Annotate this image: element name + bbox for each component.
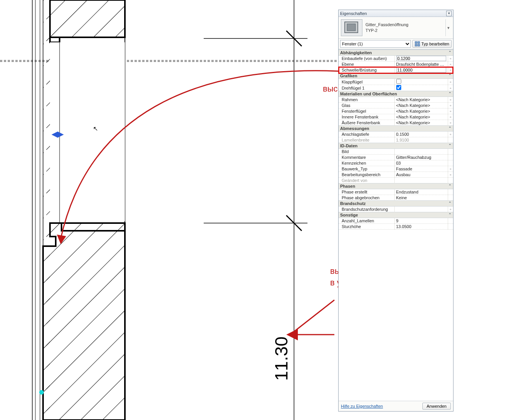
svg-point-18 [39, 390, 44, 395]
property-browse-button[interactable]: ▫ [448, 85, 453, 91]
drawing-canvas[interactable]: ↖ 11.30 [0, 0, 338, 420]
property-browse-button[interactable]: ▫ [448, 132, 453, 137]
dimension-value[interactable]: 11.30 [271, 337, 292, 381]
cursor-icon: ↖ [93, 125, 98, 132]
property-browse-button[interactable]: ▫ [448, 166, 453, 172]
property-label: Klappflügel [339, 79, 394, 85]
property-value: 1.9100 [394, 137, 448, 143]
property-input[interactable] [396, 67, 446, 73]
property-value[interactable]: <Nach Kategorie> [394, 103, 448, 108]
type-name: TYP-2 [365, 28, 445, 33]
palette-titlebar[interactable]: Eigenschaften ✕ [339, 10, 453, 17]
collapse-icon[interactable]: ⌃ [449, 92, 452, 95]
property-label: Sturzhöhe [339, 224, 394, 230]
property-value[interactable]: Keine [394, 195, 448, 201]
apply-button[interactable]: Anwenden [422, 403, 451, 410]
collapse-icon[interactable]: ⌃ [449, 201, 452, 205]
property-browse-button[interactable]: ▫ [448, 172, 453, 178]
edit-type-button[interactable]: Typ bearbeiten [412, 40, 452, 48]
property-value[interactable] [394, 56, 448, 62]
property-value[interactable]: <Nach Kategorie> [394, 120, 448, 126]
property-browse-button [448, 155, 453, 160]
property-browse-button[interactable]: ▫ [448, 108, 453, 114]
property-label: Lamellenbreite [339, 137, 394, 143]
property-value[interactable]: Gitter/Rauchabzug [394, 155, 448, 160]
group-header[interactable]: Abmessungen⌃ [339, 126, 453, 132]
property-browse-button [448, 160, 453, 166]
property-value[interactable]: Ausbau [394, 172, 448, 178]
property-browse-button[interactable]: ▫ [448, 97, 453, 103]
property-browse-button [448, 218, 453, 224]
group-header[interactable]: Sonstige⌃ [339, 212, 453, 218]
group-header[interactable]: Brandschutz⌃ [339, 201, 453, 207]
family-name: Gitter_Fassdenöffnung [365, 22, 445, 28]
property-value[interactable]: Draufsicht Bodenplatte EG [394, 62, 448, 67]
type-thumbnail [341, 19, 362, 36]
property-value[interactable] [394, 79, 448, 85]
property-label: Rahmen [339, 97, 394, 103]
property-value[interactable]: 13.0500 [394, 224, 448, 230]
group-header[interactable]: Abhängigkeiten⌃ [339, 50, 453, 56]
property-value[interactable]: 0.1500 [394, 132, 448, 137]
property-value[interactable] [394, 149, 448, 155]
property-browse-button[interactable]: ▫ [448, 207, 453, 212]
property-browse-button[interactable]: ▫ [448, 114, 453, 120]
property-label: Einbautiefe (von außen) [339, 56, 394, 62]
property-input[interactable] [396, 56, 446, 61]
instance-filter-select[interactable]: Fenster (1) [340, 40, 411, 48]
collapse-icon[interactable]: ⌃ [449, 143, 452, 147]
collapse-icon[interactable]: ⌃ [449, 126, 452, 130]
property-value[interactable]: Endzustand [394, 189, 448, 195]
property-checkbox[interactable] [396, 85, 401, 90]
property-browse-button[interactable]: ▫ [448, 56, 453, 62]
close-icon[interactable]: ✕ [446, 11, 452, 16]
property-label: Drehflügel 1 [339, 85, 394, 91]
property-browse-button[interactable]: ▫ [448, 67, 453, 73]
property-value[interactable]: 9 [394, 218, 448, 224]
property-value[interactable]: <Nach Kategorie> [394, 114, 448, 120]
property-value[interactable]: <Nach Kategorie> [394, 108, 448, 114]
property-label: Fensterflügel [339, 108, 394, 114]
property-browse-button[interactable]: ▫ [448, 79, 453, 85]
collapse-icon[interactable]: ⌃ [449, 184, 452, 188]
type-selector[interactable]: Gitter_Fassdenöffnung TYP-2 ▾ [339, 17, 453, 39]
group-header[interactable]: Grafiken⌃ [339, 73, 453, 79]
property-browse-button[interactable]: ▫ [448, 103, 453, 108]
property-label: Bauwerk_Typ [339, 166, 394, 172]
svg-rect-30 [418, 44, 420, 46]
property-browse-button[interactable]: ▫ [448, 120, 453, 126]
group-header[interactable]: ID-Daten⌃ [339, 143, 453, 149]
chevron-down-icon[interactable]: ▾ [445, 19, 451, 36]
property-label: Geändert von [339, 178, 394, 183]
properties-palette: Eigenschaften ✕ Gitter_Fassdenöffnung TY… [338, 10, 454, 412]
properties-grid[interactable]: Abhängigkeiten⌃Einbautiefe (von außen)▫E… [339, 49, 453, 401]
property-value[interactable] [394, 207, 448, 212]
property-browse-button [448, 195, 453, 201]
properties-help-link[interactable]: Hilfe zu Eigenschaften [341, 404, 383, 408]
svg-rect-11 [50, 42, 125, 221]
property-label: Äußere Fensterbank [339, 120, 394, 126]
property-value[interactable] [394, 67, 448, 73]
property-label: Kommentare [339, 155, 394, 160]
property-label: Bearbeitungsbereich [339, 172, 394, 178]
property-value[interactable]: <Nach Kategorie> [394, 97, 448, 103]
property-value[interactable]: Fassade [394, 166, 448, 172]
property-value[interactable] [394, 85, 448, 91]
property-label: Anzahl_Lamellen [339, 218, 394, 224]
property-label: Bild [339, 149, 394, 155]
property-label: Brandschutzanforderung [339, 207, 394, 212]
collapse-icon[interactable]: ⌃ [449, 213, 452, 217]
svg-rect-26 [347, 24, 355, 31]
group-header[interactable]: Phasen⌃ [339, 183, 453, 189]
svg-rect-27 [415, 42, 417, 43]
property-checkbox[interactable] [396, 79, 401, 84]
edit-type-label: Typ bearbeiten [421, 42, 449, 46]
property-label: Glas [339, 103, 394, 108]
property-browse-button [448, 178, 453, 183]
group-header[interactable]: Materialien und Oberflächen⌃ [339, 91, 453, 97]
property-value[interactable]: 03 [394, 160, 448, 166]
collapse-icon[interactable]: ⌃ [449, 73, 452, 77]
property-label: Ebene [339, 62, 394, 67]
property-browse-button[interactable]: ▫ [448, 62, 453, 67]
collapse-icon[interactable]: ⌃ [449, 50, 452, 54]
